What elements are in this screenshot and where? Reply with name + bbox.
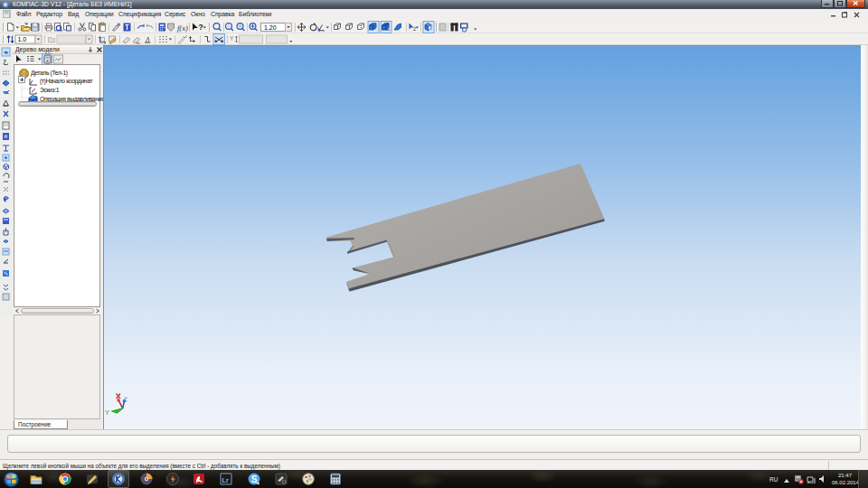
svg-text:?: ? — [199, 23, 203, 32]
svg-text:S: S — [251, 474, 258, 484]
svg-text:1.20: 1.20 — [264, 24, 277, 31]
svg-text:Y: Y — [105, 408, 109, 417]
svg-text:Y: Y — [230, 35, 234, 42]
svg-text:f(x): f(x) — [177, 23, 188, 33]
svg-text:Lr: Lr — [222, 476, 229, 484]
svg-text:1.0: 1.0 — [18, 36, 27, 42]
svg-text:2: 2 — [413, 26, 416, 32]
